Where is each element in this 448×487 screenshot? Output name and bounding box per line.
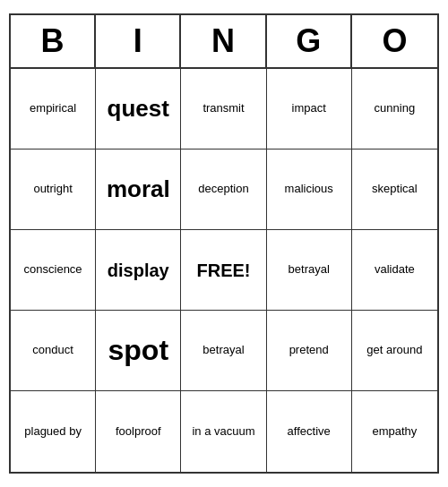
cell-text: betrayal (202, 343, 244, 358)
bingo-cell[interactable]: impact (267, 69, 352, 150)
bingo-cell[interactable]: foolproof (96, 391, 181, 472)
bingo-cell[interactable]: transmit (181, 69, 266, 150)
bingo-cell[interactable]: affective (267, 391, 352, 472)
bingo-cell[interactable]: empirical (11, 69, 96, 150)
cell-text: foolproof (116, 424, 161, 440)
bingo-cell[interactable]: conscience (11, 230, 96, 311)
cell-text: pretend (289, 343, 329, 358)
cell-text: deception (198, 182, 248, 197)
header-letter: N (181, 15, 266, 67)
bingo-cell[interactable]: pretend (267, 311, 352, 391)
bingo-cell[interactable]: betrayal (181, 311, 266, 391)
cell-text: affective (288, 424, 331, 440)
bingo-cell[interactable]: empathy (352, 391, 437, 472)
bingo-cell[interactable]: moral (96, 150, 181, 230)
bingo-cell[interactable]: validate (352, 230, 437, 311)
header-letter: I (96, 15, 181, 67)
bingo-cell[interactable]: display (96, 230, 181, 311)
cell-text: plagued by (24, 424, 82, 440)
cell-text: get around (366, 343, 422, 358)
cell-text: malicious (285, 182, 333, 197)
cell-text: empathy (372, 424, 417, 440)
bingo-cell[interactable]: betrayal (267, 230, 352, 311)
cell-text: FREE! (196, 259, 250, 282)
cell-text: outright (33, 182, 72, 197)
bingo-cell[interactable]: conduct (11, 311, 96, 391)
cell-text: validate (375, 262, 415, 278)
bingo-header: BINGO (11, 15, 437, 69)
bingo-cell[interactable]: outright (11, 150, 96, 230)
cell-text: skeptical (372, 182, 418, 197)
bingo-cell[interactable]: deception (181, 150, 266, 230)
bingo-cell[interactable]: skeptical (352, 150, 437, 230)
cell-text: conduct (32, 343, 73, 358)
bingo-cell[interactable]: in a vacuum (181, 391, 266, 472)
cell-text: display (108, 259, 169, 282)
bingo-cell[interactable]: malicious (267, 150, 352, 230)
header-letter: O (352, 15, 437, 67)
cell-text: conscience (24, 262, 82, 278)
bingo-cell[interactable]: plagued by (11, 391, 96, 472)
bingo-cell[interactable]: spot (96, 311, 181, 391)
cell-text: transmit (202, 101, 244, 116)
cell-text: quest (108, 94, 169, 124)
bingo-cell[interactable]: get around (352, 311, 437, 391)
bingo-cell[interactable]: FREE! (181, 230, 266, 311)
cell-text: empirical (30, 101, 76, 116)
cell-text: moral (107, 175, 170, 205)
cell-text: spot (108, 332, 169, 370)
cell-text: impact (292, 101, 326, 116)
header-letter: B (11, 15, 96, 67)
cell-text: cunning (375, 101, 416, 116)
bingo-card: BINGO empiricalquesttransmitimpactcunnin… (9, 13, 439, 474)
bingo-cell[interactable]: quest (96, 69, 181, 150)
bingo-cell[interactable]: cunning (352, 69, 437, 150)
header-letter: G (267, 15, 352, 67)
cell-text: betrayal (289, 262, 330, 278)
cell-text: in a vacuum (192, 424, 254, 440)
bingo-grid: empiricalquesttransmitimpactcunningoutri… (11, 69, 437, 472)
